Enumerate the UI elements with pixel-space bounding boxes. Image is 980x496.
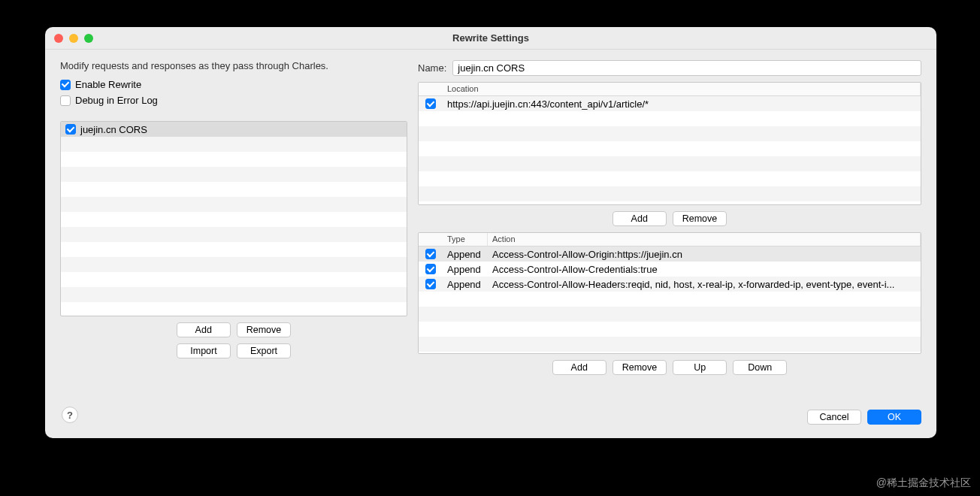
empty-row xyxy=(419,171,921,186)
empty-row xyxy=(61,167,407,182)
cancel-button[interactable]: Cancel xyxy=(807,410,861,425)
enable-rewrite-label: Enable Rewrite xyxy=(75,79,141,90)
rule-type: Append xyxy=(443,249,488,260)
empty-row xyxy=(419,322,921,337)
empty-row xyxy=(61,272,407,287)
rules-down-button[interactable]: Down xyxy=(733,360,787,375)
enable-rewrite-checkbox[interactable] xyxy=(60,80,71,90)
locations-add-button[interactable]: Add xyxy=(612,211,667,226)
rule-action: Access-Control-Allow-Headers:reqid, nid,… xyxy=(488,279,921,290)
sets-remove-button[interactable]: Remove xyxy=(237,322,292,337)
sets-export-button[interactable]: Export xyxy=(237,343,291,358)
close-icon[interactable] xyxy=(54,34,63,43)
location-row[interactable]: https://api.juejin.cn:443/content_api/v1… xyxy=(419,96,921,111)
empty-row xyxy=(419,186,921,201)
locations-header-label: Location xyxy=(443,83,921,95)
empty-row xyxy=(61,257,407,272)
debug-log-checkbox[interactable] xyxy=(60,95,71,106)
sets-import-button[interactable]: Import xyxy=(177,343,231,358)
locations-header: Location xyxy=(419,83,921,96)
left-panel: Modify requests and responses as they pa… xyxy=(60,60,407,428)
empty-row xyxy=(419,156,921,171)
rule-row-checkbox[interactable] xyxy=(425,249,436,259)
ok-button[interactable]: OK xyxy=(867,410,921,425)
empty-row xyxy=(61,152,407,167)
empty-row xyxy=(61,137,407,152)
rule-row-checkbox[interactable] xyxy=(425,264,436,274)
empty-row xyxy=(61,287,407,302)
empty-row xyxy=(61,182,407,197)
content: Modify requests and responses as they pa… xyxy=(45,50,936,438)
set-row-label: juejin.cn CORS xyxy=(80,124,147,135)
rewrite-settings-window: Rewrite Settings Modify requests and res… xyxy=(45,27,936,438)
empty-row xyxy=(419,126,921,141)
empty-row xyxy=(419,111,921,126)
locations-table[interactable]: Location https://api.juejin.cn:443/conte… xyxy=(418,82,921,205)
set-row[interactable]: juejin.cn CORS xyxy=(61,122,407,137)
zoom-icon[interactable] xyxy=(84,34,93,43)
rules-header: Type Action xyxy=(419,233,921,246)
rule-row[interactable]: Append Access-Control-Allow-Origin:https… xyxy=(419,246,921,262)
debug-log-label: Debug in Error Log xyxy=(75,95,158,106)
rule-row[interactable]: Append Access-Control-Allow-Credentials:… xyxy=(419,262,921,277)
empty-row xyxy=(61,302,407,316)
name-row: Name: xyxy=(418,60,921,76)
sets-buttons-2: Import Export xyxy=(60,343,407,358)
sets-list[interactable]: juejin.cn CORS xyxy=(60,121,407,316)
location-row-checkbox[interactable] xyxy=(425,98,436,109)
dialog-footer: Cancel OK xyxy=(807,410,921,425)
window-title: Rewrite Settings xyxy=(452,32,529,44)
set-row-checkbox[interactable] xyxy=(65,124,76,135)
rules-header-type: Type xyxy=(443,233,488,246)
rule-row-checkbox[interactable] xyxy=(425,279,436,289)
debug-log-row[interactable]: Debug in Error Log xyxy=(60,95,407,106)
titlebar: Rewrite Settings xyxy=(45,27,936,50)
name-input[interactable] xyxy=(452,60,921,76)
rules-table[interactable]: Type Action Append Access-Control-Allow-… xyxy=(418,232,921,354)
empty-row xyxy=(61,212,407,227)
location-url: https://api.juejin.cn:443/content_api/v1… xyxy=(443,98,921,110)
empty-row xyxy=(419,307,921,322)
empty-row xyxy=(419,141,921,156)
enable-rewrite-row[interactable]: Enable Rewrite xyxy=(60,79,407,90)
rule-action: Access-Control-Allow-Origin:https://juej… xyxy=(488,249,921,260)
empty-row xyxy=(61,227,407,242)
empty-row xyxy=(419,292,921,307)
rule-type: Append xyxy=(443,264,488,275)
traffic-lights xyxy=(54,34,93,43)
locations-check-col xyxy=(419,83,443,95)
locations-buttons: Add Remove xyxy=(418,211,921,226)
empty-row xyxy=(419,337,921,352)
rule-type: Append xyxy=(443,279,488,290)
help-button[interactable]: ? xyxy=(62,407,78,423)
rules-up-button[interactable]: Up xyxy=(673,360,727,375)
empty-row xyxy=(61,197,407,212)
rules-check-col xyxy=(419,233,443,246)
rules-buttons: Add Remove Up Down xyxy=(418,360,921,375)
minimize-icon[interactable] xyxy=(69,34,78,43)
rules-header-action: Action xyxy=(488,233,921,246)
rules-add-button[interactable]: Add xyxy=(552,360,606,375)
right-panel: Name: Location https://api.juejin.cn:443… xyxy=(418,60,921,428)
locations-remove-button[interactable]: Remove xyxy=(673,211,727,226)
empty-row xyxy=(61,242,407,257)
rule-action: Access-Control-Allow-Credentials:true xyxy=(488,264,921,275)
name-label: Name: xyxy=(418,62,446,74)
sets-add-button[interactable]: Add xyxy=(177,322,231,337)
sets-buttons-1: Add Remove xyxy=(60,322,407,337)
rules-remove-button[interactable]: Remove xyxy=(612,360,667,375)
watermark: @稀土掘金技术社区 xyxy=(876,476,971,490)
rule-row[interactable]: Append Access-Control-Allow-Headers:reqi… xyxy=(419,277,921,292)
description: Modify requests and responses as they pa… xyxy=(60,60,407,71)
